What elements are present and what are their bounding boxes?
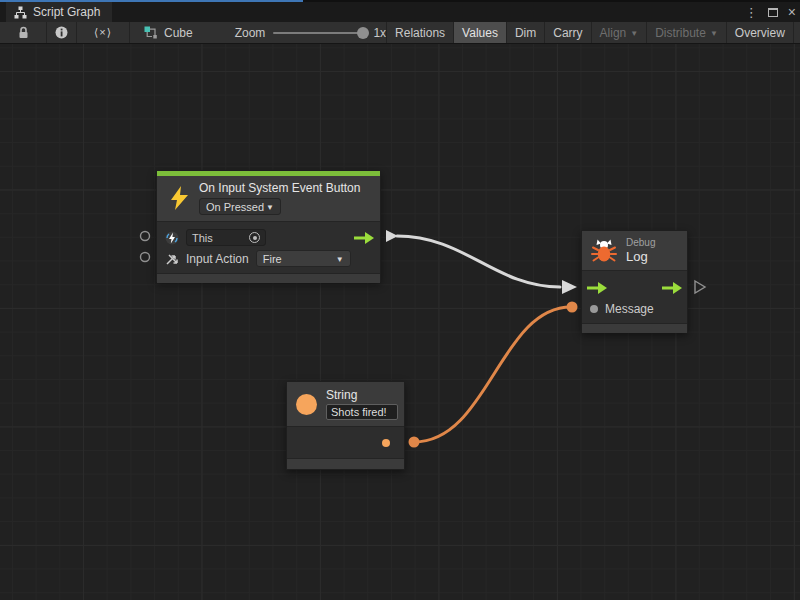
dropdown-align[interactable]: Align ▼ — [591, 22, 647, 43]
toggle-carry[interactable]: Carry — [544, 22, 590, 43]
tab-script-graph[interactable]: Script Graph — [6, 2, 112, 22]
event-mode-dropdown[interactable]: On Pressed ▼ — [199, 198, 281, 215]
info-button[interactable] — [47, 22, 77, 43]
control-wire-start-arrow — [386, 230, 398, 242]
button-full-screen[interactable]: Full Screen — [793, 22, 800, 43]
debug-node-category: Debug — [626, 237, 655, 249]
bolt-unit-icon — [165, 231, 179, 245]
lock-icon — [18, 26, 29, 39]
debug-node-footer — [582, 323, 687, 333]
toggle-dim-label: Dim — [515, 26, 536, 40]
this-field-value: This — [192, 232, 245, 244]
zoom-label: Zoom — [235, 26, 266, 40]
string-output-port[interactable] — [382, 439, 390, 447]
tab-label: Script Graph — [33, 5, 100, 19]
toggle-values[interactable]: Values — [453, 22, 506, 43]
string-node-body — [287, 426, 404, 458]
this-value-port[interactable] — [141, 232, 150, 241]
debug-node-header[interactable]: Debug Log — [582, 231, 687, 270]
event-node-title: On Input System Event Button — [199, 181, 360, 195]
node-on-input-system-event-button[interactable]: On Input System Event Button On Pressed … — [156, 170, 381, 282]
control-output-port[interactable] — [354, 232, 374, 244]
zoom-slider[interactable] — [273, 32, 365, 34]
control-wire[interactable] — [397, 236, 560, 287]
chevron-down-icon: ▼ — [266, 204, 274, 212]
string-node-footer — [287, 458, 404, 469]
value-wire-end-dot — [567, 302, 578, 313]
button-overview[interactable]: Overview — [726, 22, 793, 43]
control-output-port[interactable] — [662, 282, 682, 294]
string-value-text: Shots fired! — [331, 406, 387, 418]
string-node-header[interactable]: String Shots fired! — [287, 382, 404, 426]
graph-toolbar: ⟨×⟩ Cube Zoom 1x Relations Values Dim Ca — [0, 22, 800, 44]
event-mode-value: On Pressed — [206, 201, 264, 213]
input-action-value: Fire — [263, 253, 282, 265]
chevron-down-icon: ▼ — [630, 30, 638, 38]
zoom-control: Zoom 1x — [207, 22, 386, 43]
message-label: Message — [605, 302, 654, 316]
toggle-relations-label: Relations — [395, 26, 445, 40]
zoom-slider-handle[interactable] — [357, 27, 369, 39]
window-menu-icon[interactable]: ⋮ — [745, 6, 758, 19]
input-action-icon — [165, 252, 179, 266]
close-icon[interactable]: × — [788, 5, 796, 19]
input-action-dropdown[interactable]: Fire ▼ — [256, 250, 351, 267]
graph-hierarchy-icon — [14, 6, 27, 19]
control-input-port[interactable] — [587, 282, 607, 294]
event-node-body: This Input Action Fire ▼ — [157, 221, 380, 273]
toggle-carry-label: Carry — [553, 26, 582, 40]
debug-node-title: Log — [626, 249, 655, 264]
action-value-port[interactable] — [141, 253, 150, 262]
node-string-literal[interactable]: String Shots fired! — [286, 381, 405, 470]
code-view-button[interactable]: ⟨×⟩ — [77, 22, 130, 43]
dropdown-distribute-label: Distribute — [655, 26, 706, 40]
button-overview-label: Overview — [735, 26, 785, 40]
node-debug-log[interactable]: Debug Log Message — [581, 230, 688, 333]
debug-node-body: Message — [582, 270, 687, 323]
toggle-relations[interactable]: Relations — [386, 22, 453, 43]
lock-button[interactable] — [0, 22, 47, 43]
event-node-footer — [157, 273, 380, 283]
window-top-edge — [303, 0, 800, 2]
event-node-header[interactable]: On Input System Event Button On Pressed … — [157, 176, 380, 221]
control-wire-end-arrow — [562, 280, 577, 294]
message-input-port[interactable] — [590, 305, 598, 313]
zoom-value: 1x — [373, 26, 386, 40]
lightning-bolt-icon — [169, 186, 190, 210]
toggle-dim[interactable]: Dim — [506, 22, 544, 43]
chevron-down-icon: ▼ — [336, 256, 344, 264]
input-action-label: Input Action — [186, 252, 249, 266]
script-graph-asset-icon — [144, 26, 158, 39]
object-picker-icon[interactable] — [249, 232, 260, 243]
debug-continue-port[interactable] — [695, 281, 705, 293]
info-icon — [55, 26, 68, 39]
maximize-icon[interactable] — [768, 8, 778, 17]
graph-canvas[interactable]: On Input System Event Button On Pressed … — [0, 44, 800, 600]
code-view-icon: ⟨×⟩ — [94, 26, 112, 39]
toggle-values-label: Values — [462, 26, 498, 40]
string-value-input[interactable]: Shots fired! — [326, 404, 398, 420]
dropdown-distribute[interactable]: Distribute ▼ — [646, 22, 726, 43]
chevron-down-icon: ▼ — [710, 30, 718, 38]
string-node-title: String — [326, 388, 398, 402]
dropdown-align-label: Align — [600, 26, 627, 40]
bug-icon — [591, 239, 617, 263]
string-type-icon — [296, 394, 317, 415]
graph-owner-label: Cube — [164, 26, 193, 40]
title-bar: Script Graph ⋮ × — [0, 0, 800, 22]
value-wire-start-dot — [409, 437, 420, 448]
value-wire[interactable] — [414, 307, 571, 442]
this-object-field[interactable]: This — [186, 229, 266, 246]
graph-owner-chip[interactable]: Cube — [130, 22, 207, 43]
